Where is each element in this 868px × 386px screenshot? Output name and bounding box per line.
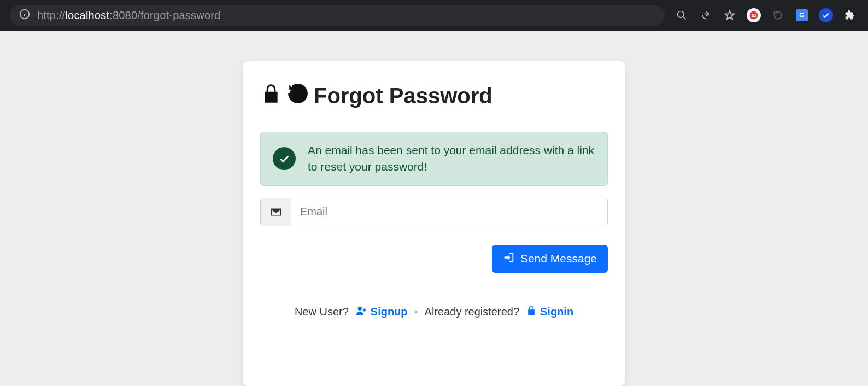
email-input-group [260,198,608,226]
browser-toolbar-actions: G [671,5,863,26]
extension-adblock-icon[interactable] [743,5,764,26]
extension-check-icon[interactable] [816,5,836,26]
signin-link[interactable]: Signin [526,305,573,319]
url-path: :8080/forgot-password [109,9,220,21]
zoom-icon[interactable] [671,5,692,26]
envelope-icon [261,198,291,226]
lock-small-icon [526,305,537,319]
signin-label: Signin [540,306,573,318]
signup-link[interactable]: Signup [355,305,408,319]
history-icon [286,82,309,110]
sign-in-arrow-icon [503,252,515,266]
auth-footer-links: New User? Signup • Already registered? S… [260,305,608,319]
lock-icon [260,83,282,109]
signup-label: Signup [371,306,408,318]
browser-address-bar: http://localhost:8080/forgot-password G [0,0,868,31]
bookmark-star-icon[interactable] [719,5,740,26]
already-registered-text: Already registered? [425,306,519,318]
page-title: Forgot Password [260,82,608,110]
site-info-icon[interactable] [19,8,31,22]
page-body: Forgot Password An email has been sent t… [0,31,868,386]
page-title-text: Forgot Password [314,84,492,108]
send-button-label: Send Message [520,252,597,265]
url-host: localhost [65,9,109,21]
email-field[interactable] [291,198,607,226]
separator-dot: • [414,306,418,318]
svg-rect-8 [752,14,753,16]
svg-rect-10 [755,14,756,16]
new-user-text: New User? [295,306,349,318]
svg-rect-9 [753,14,754,16]
send-message-button[interactable]: Send Message [492,245,608,273]
check-circle-icon [273,147,296,170]
svg-line-4 [683,17,686,20]
svg-point-13 [357,307,361,311]
url-text: http://localhost:8080/forgot-password [37,9,220,22]
svg-marker-5 [725,11,735,20]
svg-rect-7 [752,16,756,17]
extensions-puzzle-icon[interactable] [840,5,860,26]
extension-translate-icon[interactable]: G [791,5,812,26]
svg-point-3 [678,11,684,18]
share-icon[interactable] [695,5,716,26]
forgot-password-card: Forgot Password An email has been sent t… [243,61,625,386]
alert-message-text: An email has been sent to your email add… [308,142,595,176]
user-plus-icon [355,305,367,319]
address-bar[interactable]: http://localhost:8080/forgot-password [10,5,665,26]
success-alert: An email has been sent to your email add… [260,132,608,186]
extension-reload-icon[interactable] [767,5,788,26]
form-actions: Send Message [260,245,608,273]
url-scheme: http:// [37,9,65,21]
